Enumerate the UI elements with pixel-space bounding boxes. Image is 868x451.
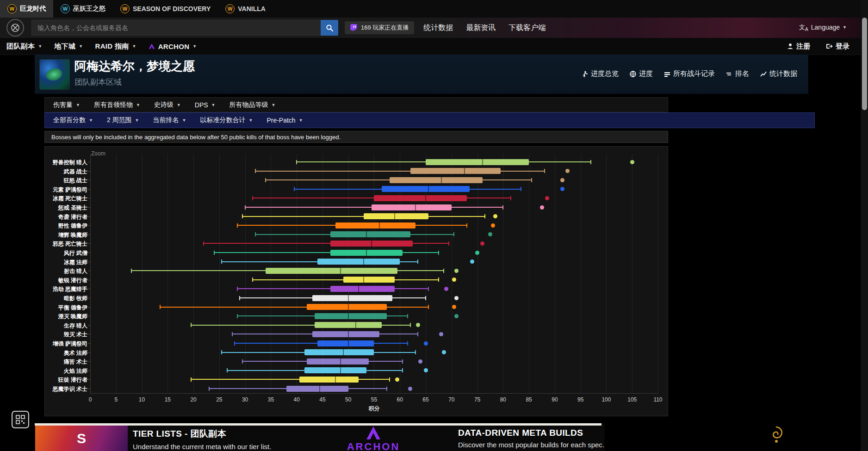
filter-dropdown[interactable]: 史诗级▼: [154, 101, 181, 109]
wow-logo-icon: W: [120, 4, 130, 13]
page-scrollbar[interactable]: [861, 0, 868, 451]
site-logo[interactable]: [6, 19, 24, 37]
outlier-dot[interactable]: [452, 278, 456, 282]
boxplot-box[interactable]: [312, 295, 392, 301]
outlier-dot[interactable]: [439, 332, 443, 336]
outlier-dot[interactable]: [395, 377, 399, 382]
outlier-dot[interactable]: [408, 387, 412, 391]
y-axis-tick: [88, 216, 90, 217]
filter-dropdown[interactable]: 所有首领怪物▼: [94, 101, 140, 109]
whisker-cap: [386, 387, 387, 391]
boxplot-box[interactable]: [374, 195, 467, 201]
search-icon: [326, 24, 334, 32]
outlier-dot[interactable]: [454, 314, 459, 318]
boxplot-box[interactable]: [426, 159, 529, 165]
outlier-dot[interactable]: [454, 296, 459, 300]
boxplot-box[interactable]: [307, 304, 387, 310]
promo-banner[interactable]: S TIER LISTS - 团队副本 Understand the curre…: [35, 423, 808, 451]
boxplot-box[interactable]: [410, 168, 501, 174]
outlier-dot[interactable]: [442, 350, 446, 354]
boxplot-box[interactable]: [307, 358, 369, 365]
game-version-tab[interactable]: WSEASON OF DISCOVERY: [113, 0, 218, 18]
y-axis-tick: [88, 280, 90, 280]
filter-dropdown[interactable]: 2 周范围▼: [107, 116, 139, 124]
filter-dropdown[interactable]: 所有物品等级▼: [229, 101, 275, 109]
register-button[interactable]: 注册: [787, 42, 810, 51]
filter-dropdown[interactable]: 全部百分数▼: [53, 116, 93, 124]
boxplot-box[interactable]: [315, 322, 382, 328]
boxplot-box[interactable]: [335, 222, 415, 229]
boxplot-box[interactable]: [266, 268, 397, 274]
language-selector[interactable]: 文A Language ▼: [799, 23, 847, 32]
outlier-dot[interactable]: [491, 223, 495, 228]
page-subtitle: 团队副本区域: [74, 77, 122, 87]
chart-gridline: [219, 154, 220, 393]
boxplot-box[interactable]: [364, 213, 428, 219]
hero-link-统计数据[interactable]: 统计数据: [760, 69, 797, 78]
outlier-dot[interactable]: [545, 196, 549, 200]
game-version-tab[interactable]: W巨龙时代: [0, 0, 53, 18]
login-button[interactable]: 登录: [826, 42, 849, 51]
outlier-dot[interactable]: [418, 359, 422, 364]
boxplot-box[interactable]: [317, 340, 374, 346]
nav-item[interactable]: 地下城▼: [54, 42, 83, 51]
hero-link-进度总览[interactable]: 进度总览: [582, 69, 619, 78]
nav-item[interactable]: ARCHON▼: [149, 43, 197, 50]
header-menu-item[interactable]: 最新资讯: [466, 23, 496, 33]
outlier-dot[interactable]: [475, 251, 479, 255]
filter-dropdown[interactable]: 伤害量▼: [53, 101, 80, 109]
boxplot-box[interactable]: [312, 331, 379, 337]
whisker-cap: [502, 205, 503, 210]
boxplot-box[interactable]: [317, 259, 400, 265]
boxplot-box[interactable]: [304, 367, 366, 373]
outlier-dot[interactable]: [454, 269, 459, 273]
boxplot-box[interactable]: [304, 349, 374, 355]
game-version-tab[interactable]: WVANILLA: [218, 0, 273, 18]
header-menu-item[interactable]: 下载客户端: [508, 23, 546, 33]
outlier-dot[interactable]: [480, 241, 484, 246]
outlier-dot[interactable]: [565, 169, 570, 173]
game-version-tab[interactable]: W巫妖王之怒: [53, 0, 113, 18]
boxplot-box[interactable]: [315, 313, 387, 319]
search-button[interactable]: [321, 20, 338, 36]
chevron-down-icon: ▼: [843, 25, 847, 30]
spec-label: 邪恶 死亡骑士: [46, 240, 87, 248]
filter-dropdown[interactable]: Pre-Patch▼: [267, 117, 303, 124]
scrollbar-thumb[interactable]: [862, 18, 867, 110]
boxplot-box[interactable]: [330, 231, 410, 237]
header-menu-item[interactable]: 统计数据: [423, 23, 453, 33]
boxplot-box[interactable]: [390, 177, 483, 183]
outlier-dot[interactable]: [416, 323, 420, 327]
outlier-dot[interactable]: [470, 259, 474, 264]
outlier-dot[interactable]: [424, 341, 428, 346]
hero-link-所有战斗记录[interactable]: 所有战斗记录: [664, 69, 715, 78]
filter-dropdown[interactable]: 当前排名▼: [153, 116, 186, 124]
hero-link-排名[interactable]: 排名: [726, 69, 749, 78]
twitch-live-badge[interactable]: 169 玩家正在直播: [345, 21, 414, 34]
widget-toggle-button[interactable]: [12, 411, 29, 428]
search-input[interactable]: [31, 20, 321, 36]
outlier-dot[interactable]: [424, 368, 428, 372]
boxplot-box[interactable]: [343, 277, 395, 283]
game-version-label: VANILLA: [238, 5, 266, 12]
outlier-dot[interactable]: [452, 305, 456, 309]
hero-link-进度[interactable]: 进度: [630, 69, 653, 78]
outlier-dot[interactable]: [560, 178, 564, 182]
outlier-dot[interactable]: [488, 232, 492, 236]
boxplot-box[interactable]: [330, 286, 395, 292]
outlier-dot[interactable]: [444, 287, 448, 291]
filter-dropdown[interactable]: DPS▼: [195, 101, 216, 109]
boxplot-box[interactable]: [286, 386, 348, 392]
nav-item[interactable]: RAID 指南▼: [95, 42, 136, 51]
outlier-dot[interactable]: [540, 205, 544, 210]
filter-dropdown[interactable]: 以标准分数合计▼: [200, 116, 253, 124]
outlier-dot[interactable]: [493, 214, 497, 218]
nav-item[interactable]: 团队副本▼: [6, 42, 42, 51]
y-axis-tick: [88, 180, 90, 180]
boxplot-box[interactable]: [382, 186, 470, 192]
outlier-dot[interactable]: [560, 187, 564, 191]
outlier-dot[interactable]: [630, 160, 634, 164]
boxplot-box[interactable]: [299, 377, 359, 383]
boxplot-box[interactable]: [372, 204, 452, 210]
chart-gridline: [632, 154, 632, 393]
